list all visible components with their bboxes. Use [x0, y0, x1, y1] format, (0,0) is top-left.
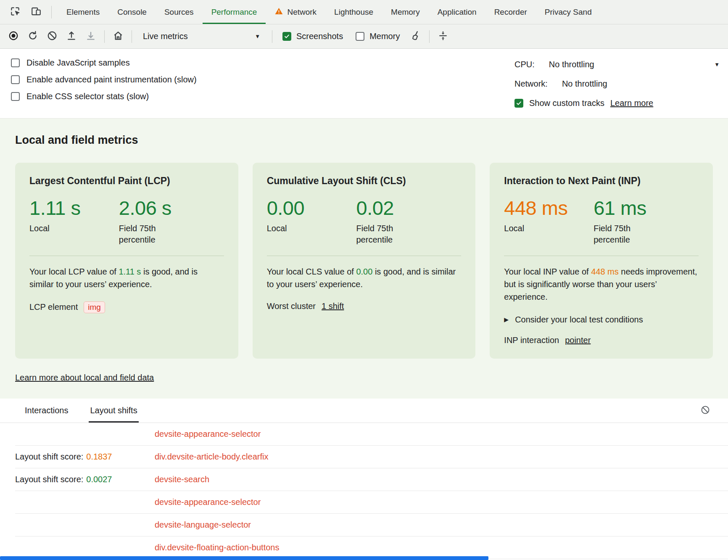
tab-label: Privacy Sand	[545, 8, 592, 17]
home-button[interactable]	[109, 28, 127, 45]
capture-settings-right: CPU: No throttling ▼ Network: No throttl…	[514, 55, 728, 110]
metric-card-cls: Cumulative Layout Shift (CLS) 0.00 Local…	[253, 163, 476, 359]
learn-more-local-field-link[interactable]: Learn more about local and field data	[15, 373, 154, 383]
checkbox[interactable]	[11, 75, 20, 84]
checkbox[interactable]	[11, 58, 20, 67]
memory-label: Memory	[369, 32, 400, 41]
tab-interactions[interactable]: Interactions	[24, 399, 69, 423]
inp-local-label: Local	[504, 223, 561, 234]
inp-description: Your local INP value of 448 ms needs imp…	[504, 265, 699, 303]
inspect-element-button[interactable]	[6, 3, 24, 21]
download-icon	[85, 30, 96, 42]
lcp-element-node-link[interactable]: img	[84, 301, 105, 313]
network-throttling-select[interactable]: Network: No throttling ▼	[514, 77, 728, 90]
tab-label: Network	[287, 8, 317, 17]
inspect-cursor-icon	[10, 6, 21, 18]
devtools-window: Elements Console Sources Performance Net…	[0, 0, 728, 560]
tab-sources[interactable]: Sources	[156, 0, 203, 24]
inp-interaction-link[interactable]: pointer	[565, 335, 591, 345]
block-icon	[700, 405, 710, 416]
shift-score-label: Layout shift score:	[15, 475, 83, 484]
cpu-throttling-select[interactable]: CPU: No throttling ▼	[514, 58, 728, 71]
disclosure-triangle-icon: ▶	[504, 316, 509, 323]
tab-application[interactable]: Application	[429, 0, 485, 24]
node-link[interactable]: div.devsite-article-body.clearfix	[155, 452, 268, 462]
show-custom-tracks-row: Show custom tracks Learn more	[514, 97, 728, 110]
record-and-reload-button[interactable]	[24, 28, 42, 45]
tab-elements[interactable]: Elements	[58, 0, 108, 24]
tab-privacy-sandbox[interactable]: Privacy Sand	[536, 0, 601, 24]
log-tabs: Interactions Layout shifts	[0, 399, 728, 423]
shift-score-value: 0.0027	[86, 475, 112, 484]
memory-checkbox[interactable]	[356, 32, 364, 41]
clear-button[interactable]	[43, 28, 61, 45]
inp-interaction-row: INP interaction pointer	[504, 335, 699, 345]
tab-lighthouse[interactable]: Lighthouse	[325, 0, 382, 24]
shift-score-cell: Layout shift score:0.1837	[15, 452, 155, 462]
desc-text: Your local INP value of	[504, 267, 591, 276]
layout-shift-row: Layout shift score:0.0027 devsite-search	[15, 468, 728, 491]
lcp-values: 1.11 s Local 2.06 s Field 75th percentil…	[29, 198, 224, 246]
local-test-conditions-disclosure[interactable]: ▶ Consider your local test conditions	[504, 315, 699, 325]
device-toolbar-icon	[31, 6, 42, 18]
tab-layout-shifts[interactable]: Layout shifts	[89, 399, 138, 423]
save-profile-button[interactable]	[82, 28, 100, 45]
divider	[429, 30, 430, 43]
desc-value: 448 ms	[591, 267, 619, 276]
lcp-element-label: LCP element	[29, 302, 78, 312]
checkbox-advanced-paint-instrumentation[interactable]: Enable advanced paint instrumentation (s…	[11, 75, 197, 85]
screenshots-checkbox-row[interactable]: Screenshots	[282, 32, 343, 41]
load-profile-button[interactable]	[62, 28, 81, 45]
inp-field-value: 61 ms	[593, 198, 650, 219]
worst-cluster-link[interactable]: 1 shift	[322, 301, 344, 311]
tab-label: Sources	[164, 8, 194, 17]
tab-label: Elements	[66, 8, 100, 17]
cls-field-value: 0.02	[356, 198, 413, 219]
worst-cluster-label: Worst cluster	[267, 301, 316, 311]
shift-score-cell: Layout shift score:0.0027	[15, 475, 155, 484]
tab-network[interactable]: Network	[266, 0, 325, 24]
node-link[interactable]: devsite-search	[155, 475, 209, 484]
layout-shift-row: devsite-appearance-selector	[15, 423, 728, 446]
shrink-tracks-button[interactable]	[434, 28, 452, 45]
cls-card-title: Cumulative Layout Shift (CLS)	[267, 175, 462, 187]
memory-checkbox-row[interactable]: Memory	[356, 32, 400, 41]
inp-field-label: Field 75th percentile	[593, 223, 650, 246]
tab-label: Performance	[211, 8, 257, 17]
inp-card-title: Interaction to Next Paint (INP)	[504, 175, 699, 187]
node-link[interactable]: devsite-appearance-selector	[155, 497, 261, 507]
custom-tracks-label: Show custom tracks	[529, 98, 604, 108]
chevron-down-icon: ▼	[714, 61, 720, 68]
metric-card-lcp: Largest Contentful Paint (LCP) 1.11 s Lo…	[15, 163, 238, 359]
collect-garbage-button[interactable]	[406, 28, 425, 45]
divider	[132, 30, 132, 43]
inp-interaction-label: INP interaction	[504, 335, 559, 345]
tab-performance[interactable]: Performance	[203, 0, 266, 24]
inp-local-value: 448 ms	[504, 198, 593, 219]
tab-memory[interactable]: Memory	[382, 0, 429, 24]
checkbox-disable-js-samples[interactable]: Disable JavaScript samples	[11, 58, 197, 68]
cls-field-label: Field 75th percentile	[356, 223, 413, 246]
clear-log-button[interactable]	[699, 404, 712, 417]
checkbox[interactable]	[11, 92, 20, 101]
disclosure-label: Consider your local test conditions	[515, 315, 643, 325]
node-link[interactable]: devsite-language-selector	[155, 520, 251, 530]
toggle-device-toolbar-button[interactable]	[27, 3, 45, 21]
tab-recorder[interactable]: Recorder	[485, 0, 536, 24]
checkbox-css-selector-stats[interactable]: Enable CSS selector stats (slow)	[11, 92, 197, 101]
local-field-metrics: Local and field metrics Largest Contentf…	[0, 118, 728, 399]
desc-text: Your local CLS value of	[267, 267, 356, 276]
view-mode-select[interactable]: Live metrics ▼	[138, 28, 266, 45]
tab-console[interactable]: Console	[108, 0, 156, 24]
shift-score-value: 0.1837	[86, 452, 112, 461]
node-link[interactable]: devsite-appearance-selector	[155, 429, 261, 439]
broom-icon	[410, 30, 421, 42]
screenshots-checkbox[interactable]	[282, 32, 291, 41]
record-button[interactable]	[4, 28, 23, 45]
checkbox-show-custom-tracks[interactable]	[514, 99, 523, 108]
node-link[interactable]: div.devsite-floating-action-buttons	[155, 543, 279, 552]
horizontal-scrollbar-thumb[interactable]	[0, 556, 488, 560]
divider	[504, 256, 699, 256]
panel-tabs: Elements Console Sources Performance Net…	[58, 0, 728, 24]
learn-more-link[interactable]: Learn more	[610, 98, 653, 108]
